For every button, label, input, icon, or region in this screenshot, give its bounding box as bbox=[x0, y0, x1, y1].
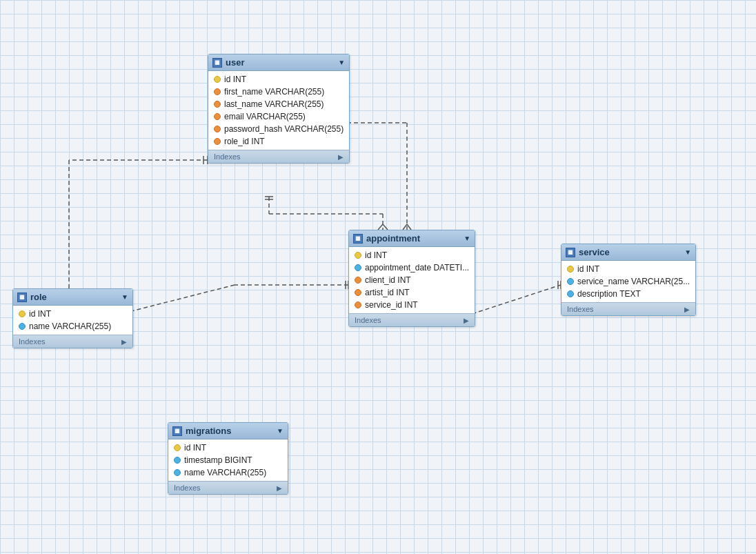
table-row: client_id INT bbox=[349, 274, 475, 286]
indexes-label: Indexes bbox=[174, 484, 201, 492]
table-row: email VARCHAR(255) bbox=[208, 110, 349, 123]
field-icon-blue bbox=[174, 457, 181, 464]
indexes-arrow-icon: ▶ bbox=[338, 153, 344, 161]
field-icon-blue bbox=[19, 323, 26, 330]
field-icon-orange bbox=[355, 301, 361, 308]
table-title: user bbox=[226, 57, 244, 68]
field-icon-blue bbox=[567, 278, 574, 285]
table-row: id INT bbox=[13, 308, 132, 320]
field-name: id INT bbox=[184, 443, 206, 453]
table-body-service: id INTservice_name VARCHAR(25...descript… bbox=[561, 261, 695, 302]
table-title: service bbox=[579, 247, 610, 257]
field-icon-orange bbox=[214, 88, 221, 95]
field-icon-orange bbox=[214, 138, 221, 145]
table-row: service_name VARCHAR(25... bbox=[561, 275, 695, 288]
field-icon-orange bbox=[355, 277, 361, 284]
field-name: service_name VARCHAR(25... bbox=[577, 277, 690, 286]
table-row: role_id INT bbox=[208, 135, 349, 148]
table-row: password_hash VARCHAR(255) bbox=[208, 123, 349, 135]
table-row: first_name VARCHAR(255) bbox=[208, 86, 349, 98]
table-appointment: ▦appointment▼id INTappointment_date DATE… bbox=[348, 230, 475, 327]
table-header-migrations[interactable]: ▦migrations▼ bbox=[168, 423, 288, 439]
chevron-down-icon[interactable]: ▼ bbox=[684, 248, 691, 256]
table-row: id INT bbox=[561, 263, 695, 275]
indexes-arrow-icon: ▶ bbox=[684, 306, 690, 313]
table-title: appointment bbox=[366, 233, 420, 244]
field-icon-orange bbox=[355, 289, 361, 296]
table-header-appointment[interactable]: ▦appointment▼ bbox=[349, 230, 475, 247]
field-icon-orange bbox=[214, 101, 221, 108]
table-row: last_name VARCHAR(255) bbox=[208, 98, 349, 110]
field-name: id INT bbox=[29, 309, 51, 319]
indexes-label: Indexes bbox=[214, 152, 241, 161]
table-type-icon: ▦ bbox=[172, 426, 182, 436]
table-type-icon: ▦ bbox=[212, 58, 222, 68]
table-row: id INT bbox=[168, 442, 288, 454]
field-icon-orange bbox=[214, 113, 221, 120]
field-name: timestamp BIGINT bbox=[184, 455, 252, 465]
table-type-icon: ▦ bbox=[17, 293, 27, 302]
table-indexes[interactable]: Indexes▶ bbox=[168, 481, 288, 494]
field-name: artist_id INT bbox=[365, 288, 410, 297]
field-name: id INT bbox=[365, 250, 387, 260]
field-icon-yellow bbox=[214, 76, 221, 83]
indexes-label: Indexes bbox=[567, 305, 594, 313]
table-header-user[interactable]: ▦user▼ bbox=[208, 55, 349, 71]
table-user: ▦user▼id INTfirst_name VARCHAR(255)last_… bbox=[208, 54, 350, 164]
field-icon-yellow bbox=[174, 444, 181, 451]
table-service: ▦service▼id INTservice_name VARCHAR(25..… bbox=[561, 244, 696, 316]
field-name: id INT bbox=[577, 264, 599, 274]
table-indexes[interactable]: Indexes▶ bbox=[349, 313, 475, 326]
field-icon-orange bbox=[214, 126, 221, 132]
table-body-user: id INTfirst_name VARCHAR(255)last_name V… bbox=[208, 71, 349, 150]
svg-line-12 bbox=[378, 224, 383, 230]
field-name: description TEXT bbox=[577, 289, 641, 299]
table-row: description TEXT bbox=[561, 288, 695, 300]
indexes-label: Indexes bbox=[19, 337, 46, 346]
field-name: id INT bbox=[224, 75, 246, 84]
field-icon-blue bbox=[355, 264, 361, 271]
field-icon-yellow bbox=[19, 310, 26, 317]
chevron-down-icon[interactable]: ▼ bbox=[277, 427, 284, 435]
table-title: role bbox=[30, 292, 47, 302]
table-row: timestamp BIGINT bbox=[168, 454, 288, 466]
field-name: name VARCHAR(255) bbox=[29, 321, 111, 331]
table-row: id INT bbox=[208, 73, 349, 86]
table-type-icon: ▦ bbox=[353, 234, 363, 244]
indexes-arrow-icon: ▶ bbox=[121, 338, 127, 346]
field-icon-blue bbox=[567, 290, 574, 297]
table-header-service[interactable]: ▦service▼ bbox=[561, 244, 695, 261]
svg-line-13 bbox=[383, 224, 388, 230]
table-row: service_id INT bbox=[349, 299, 475, 311]
field-name: appointment_date DATETI... bbox=[365, 263, 469, 273]
table-indexes[interactable]: Indexes▶ bbox=[208, 150, 349, 163]
table-indexes[interactable]: Indexes▶ bbox=[561, 302, 695, 315]
svg-line-19 bbox=[407, 224, 411, 230]
table-body-role: id INTname VARCHAR(255) bbox=[13, 306, 132, 335]
table-migrations: ▦migrations▼id INTtimestamp BIGINTname V… bbox=[168, 422, 288, 495]
field-name: password_hash VARCHAR(255) bbox=[224, 124, 344, 134]
indexes-label: Indexes bbox=[355, 316, 381, 324]
indexes-arrow-icon: ▶ bbox=[277, 484, 282, 492]
field-icon-yellow bbox=[355, 252, 361, 259]
svg-line-26 bbox=[466, 285, 561, 316]
table-row: name VARCHAR(255) bbox=[168, 466, 288, 479]
field-name: first_name VARCHAR(255) bbox=[224, 87, 324, 97]
chevron-down-icon[interactable]: ▼ bbox=[338, 59, 345, 66]
field-name: email VARCHAR(255) bbox=[224, 112, 306, 121]
table-indexes[interactable]: Indexes▶ bbox=[13, 335, 132, 348]
table-header-role[interactable]: ▦role▼ bbox=[13, 289, 132, 306]
table-row: artist_id INT bbox=[349, 286, 475, 299]
svg-line-18 bbox=[403, 224, 407, 230]
table-row: name VARCHAR(255) bbox=[13, 320, 132, 333]
indexes-arrow-icon: ▶ bbox=[464, 317, 469, 324]
table-body-migrations: id INTtimestamp BIGINTname VARCHAR(255) bbox=[168, 439, 288, 481]
field-name: name VARCHAR(255) bbox=[184, 468, 266, 477]
chevron-down-icon[interactable]: ▼ bbox=[464, 235, 470, 242]
chevron-down-icon[interactable]: ▼ bbox=[121, 293, 128, 301]
field-name: role_id INT bbox=[224, 137, 265, 146]
table-role: ▦role▼id INTname VARCHAR(255)Indexes▶ bbox=[12, 288, 133, 348]
table-row: id INT bbox=[349, 249, 475, 261]
table-body-appointment: id INTappointment_date DATETI...client_i… bbox=[349, 247, 475, 313]
field-icon-yellow bbox=[567, 266, 574, 273]
